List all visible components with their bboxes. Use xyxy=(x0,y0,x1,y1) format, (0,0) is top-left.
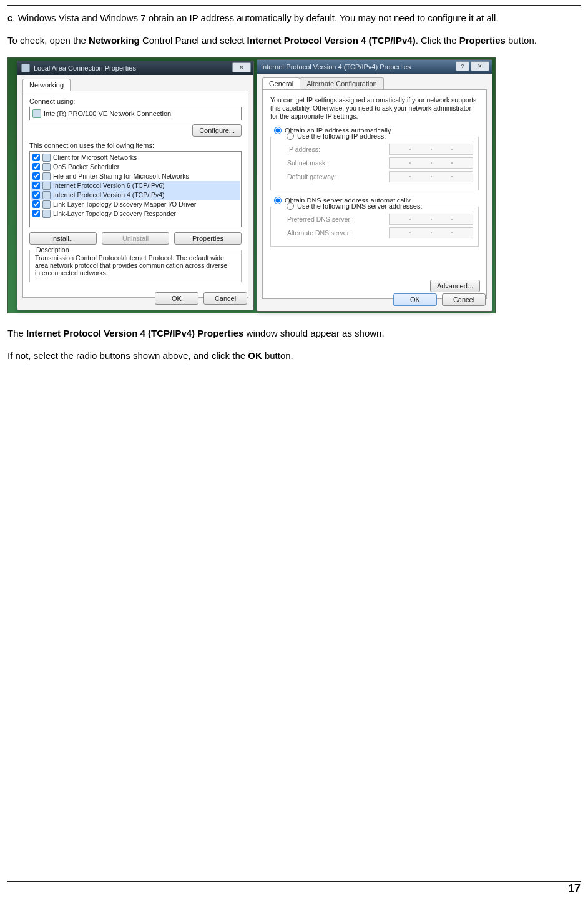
b3: Properties xyxy=(459,35,506,46)
para-outro2: If not, select the radio buttons shown a… xyxy=(7,350,581,362)
para-check: To check, open the Networking Control Pa… xyxy=(7,34,581,47)
field-label: IP address: xyxy=(287,145,320,153)
item-checkbox[interactable] xyxy=(32,200,40,208)
adapter-name: Intel(R) PRO/100 VE Network Connection xyxy=(44,110,171,117)
dlg2-titlebar[interactable]: Internet Protocol Version 4 (TCP/IPv4) P… xyxy=(257,60,492,74)
item-label: QoS Packet Scheduler xyxy=(53,163,119,170)
fileprint-icon xyxy=(42,172,51,180)
t3: . Click the xyxy=(416,35,459,46)
radio-input[interactable] xyxy=(287,202,294,210)
lltd-mapper-icon xyxy=(42,200,51,209)
lltd-responder-icon xyxy=(42,210,51,218)
item-checkbox[interactable] xyxy=(32,191,40,199)
cancel-button[interactable]: Cancel xyxy=(442,293,486,306)
list-item: QoS Packet Scheduler xyxy=(31,162,240,172)
o2b: OK xyxy=(248,350,262,361)
list-item: Link-Layer Topology Discovery Responder xyxy=(31,209,240,219)
field-label: Preferred DNS server: xyxy=(287,215,352,223)
dlg2-title: Internet Protocol Version 4 (TCP/IPv4) P… xyxy=(261,63,411,71)
adapter-icon xyxy=(32,109,41,118)
item-checkbox[interactable] xyxy=(32,154,40,161)
adapter-box[interactable]: Intel(R) PRO/100 VE Network Connection xyxy=(29,107,242,120)
t1: To check, open the xyxy=(7,35,89,46)
step-c-text: . Windows Vista and Windows 7 obtain an … xyxy=(12,12,498,23)
item-checkbox[interactable] xyxy=(32,182,40,189)
para-outro1: The Internet Protocol Version 4 (TCP/IPv… xyxy=(7,327,581,340)
dlg1-titlebar[interactable]: Local Area Connection Properties ✕ xyxy=(17,61,253,75)
radio-use-dns[interactable]: Use the following DNS server addresses: xyxy=(287,202,423,210)
dns-group: Use the following DNS server addresses: … xyxy=(270,207,479,247)
dlg1-tabstrip: Networking xyxy=(17,75,253,91)
dlg1-panel: Connect using: Intel(R) PRO/100 VE Netwo… xyxy=(22,91,248,298)
properties-button[interactable]: Properties xyxy=(174,232,242,245)
dlg1-title: Local Area Connection Properties xyxy=(34,64,136,72)
list-item: Client for Microsoft Networks xyxy=(31,153,240,162)
item-label: Link-Layer Topology Discovery Responder xyxy=(53,210,176,217)
items-listbox[interactable]: Client for Microsoft Networks QoS Packet… xyxy=(29,151,242,227)
pref-dns-row: Preferred DNS server: xyxy=(287,214,473,225)
radio-input[interactable] xyxy=(274,127,282,134)
b2: Internet Protocol Version 4 (TCP/IPv4) xyxy=(247,35,416,46)
radio-label: Use the following DNS server addresses: xyxy=(297,202,423,210)
uninstall-button: Uninstall xyxy=(102,232,169,245)
pref-dns-input xyxy=(389,214,473,225)
advanced-button[interactable]: Advanced... xyxy=(430,280,480,292)
item-checkbox[interactable] xyxy=(32,210,40,217)
cancel-button[interactable]: Cancel xyxy=(203,292,247,305)
gateway-row: Default gateway: xyxy=(287,171,473,182)
ipv6-icon xyxy=(42,182,51,190)
dlg2-tabstrip: General Alternate Configuration xyxy=(257,74,492,89)
o2c: button. xyxy=(262,350,293,361)
dlg2-panel: You can get IP settings assigned automat… xyxy=(262,89,487,299)
close-icon[interactable]: ✕ xyxy=(471,61,489,71)
configure-button[interactable]: Configure... xyxy=(192,124,242,137)
top-rule xyxy=(7,5,581,6)
network-icon xyxy=(21,64,30,72)
list-item: Link-Layer Topology Discovery Mapper I/O… xyxy=(31,200,240,209)
connect-using-label: Connect using: xyxy=(29,97,242,105)
gateway-input xyxy=(389,171,473,182)
radio-use-ip[interactable]: Use the following IP address: xyxy=(287,132,386,140)
footer xyxy=(7,881,581,882)
tab-general[interactable]: General xyxy=(262,77,300,89)
para-c: c. Windows Vista and Windows 7 obtain an… xyxy=(7,12,581,24)
item-label: Internet Protocol Version 6 (TCP/IPv6) xyxy=(53,182,165,189)
ip-address-input xyxy=(389,144,473,155)
radio-input[interactable] xyxy=(274,197,282,204)
description-text: Transmission Control Protocol/Internet P… xyxy=(35,254,236,277)
alt-dns-row: Alternate DNS server: xyxy=(287,227,473,238)
field-label: Default gateway: xyxy=(287,173,336,180)
o2a: If not, select the radio buttons shown a… xyxy=(7,350,248,361)
ip-address-row: IP address: xyxy=(287,144,473,155)
item-checkbox[interactable] xyxy=(32,163,40,170)
item-label: Link-Layer Topology Discovery Mapper I/O… xyxy=(53,200,196,208)
page-number: 17 xyxy=(568,882,581,895)
item-label: File and Printer Sharing for Microsoft N… xyxy=(53,172,189,180)
ok-button[interactable]: OK xyxy=(393,293,437,306)
help-icon[interactable]: ? xyxy=(456,61,469,71)
tab-networking[interactable]: Networking xyxy=(22,79,71,91)
o1b: Internet Protocol Version 4 (TCP/IPv4) P… xyxy=(26,328,243,338)
b1: Networking xyxy=(89,35,140,46)
subnet-input xyxy=(389,157,473,169)
client-icon xyxy=(42,154,51,162)
list-item: File and Printer Sharing for Microsoft N… xyxy=(31,172,240,181)
field-label: Alternate DNS server: xyxy=(287,229,351,237)
o1a: The xyxy=(7,328,26,338)
qos-icon xyxy=(42,163,51,171)
close-icon[interactable]: ✕ xyxy=(232,62,251,72)
radio-input[interactable] xyxy=(287,132,294,140)
description-group: Description Transmission Control Protoco… xyxy=(29,250,242,282)
ip-group: Use the following IP address: IP address… xyxy=(270,137,479,190)
alt-dns-input xyxy=(389,227,473,238)
ipv4-icon xyxy=(42,191,51,199)
item-checkbox[interactable] xyxy=(32,172,40,180)
description-legend: Description xyxy=(34,246,72,253)
bottom-rule xyxy=(7,881,581,882)
install-button[interactable]: Install... xyxy=(29,232,97,245)
field-label: Subnet mask: xyxy=(287,159,327,167)
local-area-connection-dialog: Local Area Connection Properties ✕ Netwo… xyxy=(17,61,254,310)
subnet-row: Subnet mask: xyxy=(287,157,473,169)
ok-button[interactable]: OK xyxy=(155,292,198,305)
tab-alternate[interactable]: Alternate Configuration xyxy=(300,77,384,89)
